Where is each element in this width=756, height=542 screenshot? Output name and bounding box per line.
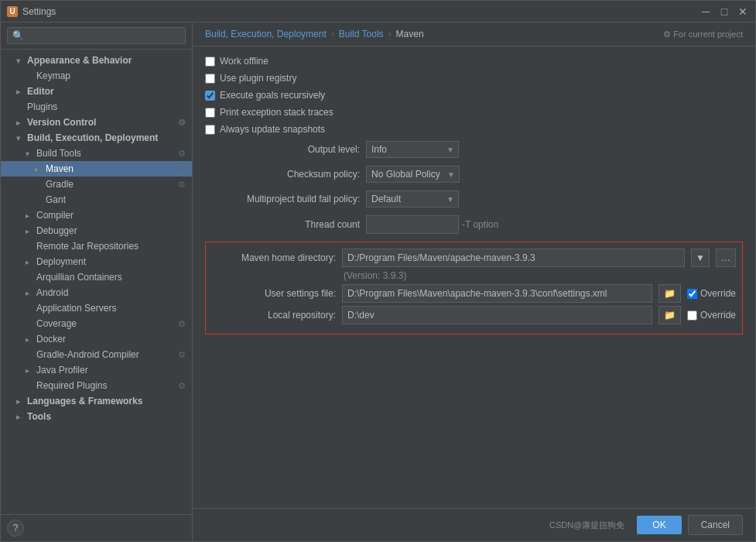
- local-repo-label: Local repository:: [212, 310, 336, 321]
- sidebar-item-docker[interactable]: ▸ Docker: [1, 331, 192, 347]
- sidebar-item-build-tools[interactable]: ▾ Build Tools ⚙: [1, 146, 192, 161]
- minimize-button[interactable]: ─: [700, 5, 712, 18]
- sidebar-item-label: Tools: [27, 411, 51, 422]
- maven-home-label: Maven home directory:: [212, 252, 336, 263]
- user-settings-override: Override: [687, 288, 736, 299]
- search-input[interactable]: [7, 27, 186, 44]
- settings-icon: ⚙: [178, 350, 186, 360]
- sidebar-item-maven[interactable]: ▸ Maven ⚙: [1, 161, 192, 177]
- output-level-label: Output level:: [205, 144, 360, 155]
- chevron-down-icon: ▾: [16, 57, 24, 65]
- sidebar-item-build-execution[interactable]: ▾ Build, Execution, Deployment: [1, 130, 192, 146]
- sidebar-item-keymap[interactable]: Keymap: [1, 68, 192, 84]
- sidebar-item-remote-jar[interactable]: Remote Jar Repositories: [1, 238, 192, 254]
- title-bar-controls: ─ □ ✕: [700, 5, 749, 18]
- thread-count-wrapper: -T option: [366, 215, 743, 234]
- sidebar-item-label: Version Control: [27, 117, 96, 128]
- maven-home-dropdown-button[interactable]: ▼: [691, 249, 710, 267]
- chevron-right-icon: ▸: [35, 165, 43, 173]
- sidebar-item-label: Android: [36, 287, 68, 298]
- chevron-right-icon: ▸: [26, 335, 33, 344]
- chevron-down-icon: ▾: [26, 149, 33, 158]
- sidebar-item-label: Application Servers: [36, 303, 116, 314]
- multiproject-select[interactable]: Default Fail Fast Fail Never: [366, 190, 459, 208]
- output-level-select-wrapper: Quiet Info Debug ▼: [366, 141, 459, 158]
- sidebar-item-android[interactable]: ▸ Android: [1, 285, 192, 300]
- breadcrumb-build[interactable]: Build, Execution, Deployment: [205, 29, 327, 39]
- sidebar-item-label: Plugins: [27, 101, 57, 112]
- chevron-right-icon: ▸: [26, 366, 33, 375]
- local-repo-input[interactable]: [342, 306, 652, 324]
- sidebar-item-gradle-android[interactable]: Gradle-Android Compiler ⚙: [1, 347, 192, 362]
- sidebar-item-java-profiler[interactable]: ▸ Java Profiler: [1, 362, 192, 378]
- chevron-right-icon: ▸: [16, 87, 24, 96]
- user-settings-label: User settings file:: [212, 288, 336, 299]
- sidebar-item-version-control[interactable]: ▸ Version Control ⚙: [1, 115, 192, 130]
- app-icon: U: [7, 6, 18, 17]
- checksum-policy-select[interactable]: No Global Policy Strict Warn Ignore: [366, 166, 460, 183]
- execute-goals-label: Execute goals recursively: [220, 90, 325, 101]
- local-repo-browse-button[interactable]: 📁: [659, 306, 681, 324]
- sidebar-item-plugins[interactable]: Plugins: [1, 99, 192, 115]
- maven-home-section: Maven home directory: ▼ … (Version: 3.9.…: [205, 242, 743, 334]
- sidebar-item-deployment[interactable]: ▸ Deployment: [1, 254, 192, 269]
- multiproject-label: Multiproject build fail policy:: [205, 194, 360, 204]
- maven-home-input[interactable]: [342, 249, 685, 267]
- sidebar-item-required-plugins[interactable]: Required Plugins ⚙: [1, 378, 192, 393]
- maven-home-row: Maven home directory: ▼ …: [212, 249, 736, 267]
- title-bar-left: U Settings: [7, 6, 56, 17]
- help-button[interactable]: ?: [7, 520, 24, 537]
- sidebar-item-arquillian[interactable]: Arquillian Containers: [1, 269, 192, 285]
- maximize-button[interactable]: □: [718, 5, 730, 18]
- user-settings-input[interactable]: [342, 284, 652, 303]
- checksum-policy-row: Checksum policy: No Global Policy Strict…: [205, 166, 743, 183]
- multiproject-wrapper: Default Fail Fast Fail Never ▼: [366, 190, 743, 208]
- always-update-checkbox[interactable]: [205, 125, 215, 135]
- sidebar-item-label: Gradle-Android Compiler: [36, 349, 139, 360]
- breadcrumb-build-tools[interactable]: Build Tools: [339, 29, 384, 39]
- sidebar-item-debugger[interactable]: ▸ Debugger: [1, 223, 192, 238]
- chevron-right-icon: ▸: [16, 413, 24, 421]
- close-button[interactable]: ✕: [737, 5, 749, 18]
- settings-icon: ⚙: [178, 180, 186, 190]
- cancel-button[interactable]: Cancel: [688, 515, 743, 535]
- maven-home-browse-button[interactable]: …: [716, 249, 736, 267]
- override-user-label: Override: [700, 288, 736, 299]
- sidebar-item-label: Remote Jar Repositories: [36, 241, 139, 252]
- override-local-checkbox[interactable]: [687, 310, 697, 321]
- maven-version-label: (Version: 3.9.3): [212, 270, 736, 281]
- settings-icon: ⚙: [178, 164, 186, 174]
- checksum-policy-wrapper: No Global Policy Strict Warn Ignore ▼: [366, 166, 743, 183]
- sidebar-item-appearance[interactable]: ▾ Appearance & Behavior: [1, 53, 192, 68]
- override-local-label: Override: [700, 310, 736, 321]
- thread-count-input[interactable]: [366, 215, 459, 234]
- sidebar-item-gant[interactable]: Gant: [1, 192, 192, 208]
- user-settings-browse-button[interactable]: 📁: [659, 284, 681, 303]
- sidebar-item-languages[interactable]: ▸ Languages & Frameworks: [1, 393, 192, 409]
- multiproject-row: Multiproject build fail policy: Default …: [205, 190, 743, 208]
- sidebar-item-coverage[interactable]: Coverage ⚙: [1, 316, 192, 331]
- always-update-label: Always update snapshots: [220, 124, 325, 135]
- project-icon: ⚙: [663, 29, 673, 39]
- chevron-right-icon: ▸: [26, 211, 33, 220]
- sidebar-item-compiler[interactable]: ▸ Compiler: [1, 208, 192, 223]
- print-exception-checkbox[interactable]: [205, 108, 215, 118]
- output-level-select[interactable]: Quiet Info Debug: [366, 141, 459, 158]
- ok-button[interactable]: OK: [637, 516, 681, 534]
- breadcrumb-sep-1: ›: [331, 29, 334, 39]
- sidebar-item-editor[interactable]: ▸ Editor: [1, 84, 192, 99]
- override-user-checkbox[interactable]: [687, 289, 697, 299]
- sidebar-item-label: Deployment: [36, 256, 86, 267]
- settings-icon: ⚙: [178, 149, 186, 159]
- checksum-select-wrapper: No Global Policy Strict Warn Ignore ▼: [366, 166, 460, 183]
- sidebar-item-tools[interactable]: ▸ Tools: [1, 409, 192, 424]
- sidebar-item-application-servers[interactable]: Application Servers: [1, 300, 192, 316]
- execute-goals-checkbox[interactable]: [205, 91, 215, 101]
- use-plugin-checkbox[interactable]: [205, 74, 215, 84]
- bottom-bar: CSDN@康提扭狗免 OK Cancel: [193, 508, 755, 541]
- sidebar-item-gradle[interactable]: Gradle ⚙: [1, 177, 192, 192]
- work-offline-checkbox[interactable]: [205, 57, 215, 67]
- output-level-wrapper: Quiet Info Debug ▼: [366, 141, 743, 158]
- sidebar-bottom: ?: [1, 514, 192, 541]
- sidebar-item-label: Editor: [27, 86, 54, 97]
